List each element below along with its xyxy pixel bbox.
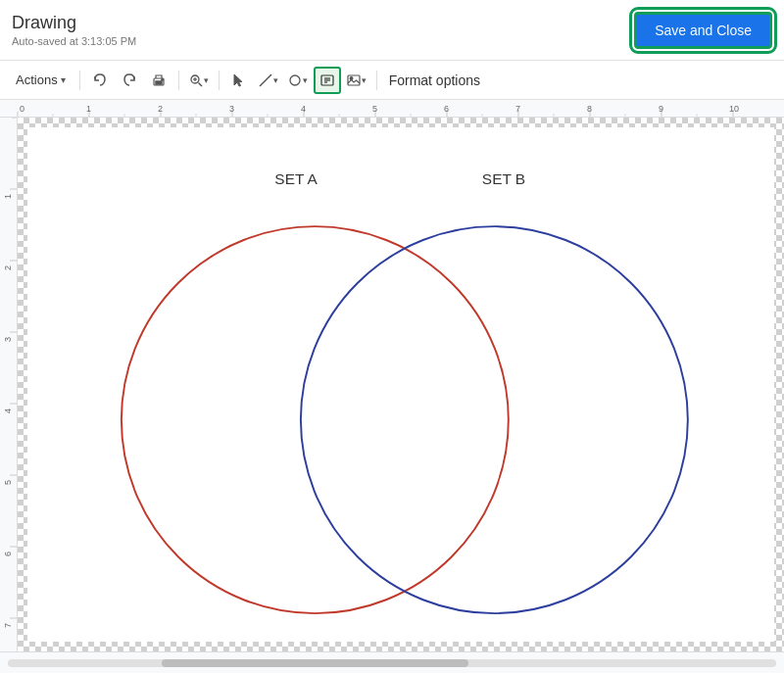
venn-diagram: SET A SET B [27, 127, 774, 642]
actions-dropdown-arrow: ▾ [61, 74, 66, 85]
svg-point-8 [290, 75, 300, 85]
set-a-label: SET A [274, 170, 318, 187]
horizontal-scrollbar[interactable] [8, 659, 776, 667]
shapes-button[interactable]: ▾ [284, 67, 312, 94]
left-ruler-svg: 1 2 3 4 5 6 7 [0, 118, 18, 651]
toolbar: Actions ▾ ▾ [0, 61, 784, 100]
svg-rect-13 [348, 75, 360, 85]
line-button[interactable]: ▾ [255, 67, 282, 94]
line-icon [258, 72, 273, 88]
redo-icon [122, 72, 137, 88]
svg-text:2: 2 [158, 104, 163, 114]
svg-text:6: 6 [3, 552, 13, 556]
zoom-icon [188, 72, 204, 88]
scrollbar-thumb[interactable] [162, 659, 469, 667]
horizontal-ruler: 0 1 2 3 4 5 6 7 8 9 10 [0, 100, 784, 118]
autosave-text: Auto-saved at 3:13:05 PM [12, 35, 136, 47]
drawing-surface: SET A SET B [27, 127, 774, 642]
app-title: Drawing [12, 13, 136, 33]
bottom-scrollbar-area [0, 651, 784, 673]
actions-label: Actions [16, 72, 58, 87]
svg-text:5: 5 [3, 480, 13, 485]
undo-icon [92, 72, 108, 88]
svg-text:1: 1 [3, 194, 13, 199]
svg-line-4 [199, 82, 203, 86]
svg-rect-1 [156, 81, 162, 84]
svg-text:9: 9 [659, 104, 663, 114]
zoom-arrow: ▾ [204, 75, 209, 85]
text-box-icon [319, 72, 335, 88]
image-arrow: ▾ [362, 75, 367, 85]
svg-text:4: 4 [301, 104, 306, 114]
redo-button[interactable] [116, 67, 143, 94]
svg-text:8: 8 [587, 104, 592, 114]
svg-text:7: 7 [3, 623, 13, 628]
svg-rect-15 [0, 100, 784, 117]
actions-button[interactable]: Actions ▾ [8, 69, 74, 91]
set-b-label: SET B [482, 170, 525, 187]
svg-text:6: 6 [444, 104, 449, 114]
save-and-close-button[interactable]: Save and Close [634, 12, 772, 49]
shapes-arrow: ▾ [303, 75, 308, 85]
select-icon [231, 72, 247, 88]
svg-text:2: 2 [3, 265, 13, 270]
svg-text:3: 3 [229, 104, 234, 114]
image-icon [346, 72, 362, 88]
line-arrow: ▾ [273, 75, 278, 85]
svg-text:3: 3 [3, 337, 13, 342]
circle-b[interactable] [301, 226, 688, 613]
ruler-svg: 0 1 2 3 4 5 6 7 8 9 10 [0, 100, 784, 117]
main-area: 1 2 3 4 5 6 7 SET A SET B [0, 118, 784, 651]
separator-2 [178, 71, 179, 90]
zoom-button[interactable]: ▾ [185, 67, 213, 94]
separator-3 [219, 71, 220, 90]
undo-button[interactable] [86, 67, 114, 94]
image-button[interactable]: ▾ [343, 67, 370, 94]
print-button[interactable] [145, 67, 172, 94]
separator-1 [79, 71, 80, 90]
top-bar: Drawing Auto-saved at 3:13:05 PM Save an… [0, 0, 784, 61]
svg-text:0: 0 [20, 104, 24, 114]
format-options-label[interactable]: Format options [389, 72, 480, 88]
svg-text:5: 5 [372, 104, 377, 114]
svg-line-7 [260, 74, 271, 86]
left-ruler: 1 2 3 4 5 6 7 [0, 118, 18, 651]
select-button[interactable] [225, 67, 253, 94]
title-area: Drawing Auto-saved at 3:13:05 PM [12, 13, 136, 47]
separator-4 [376, 71, 377, 90]
svg-text:4: 4 [3, 409, 13, 413]
shapes-icon [287, 72, 303, 88]
svg-text:7: 7 [515, 104, 520, 114]
svg-text:1: 1 [86, 104, 91, 114]
text-box-button[interactable] [314, 67, 341, 94]
svg-text:10: 10 [729, 104, 739, 114]
circle-a[interactable] [122, 226, 509, 613]
canvas-area[interactable]: SET A SET B [18, 118, 784, 651]
print-icon [151, 72, 167, 88]
svg-point-2 [161, 78, 162, 79]
